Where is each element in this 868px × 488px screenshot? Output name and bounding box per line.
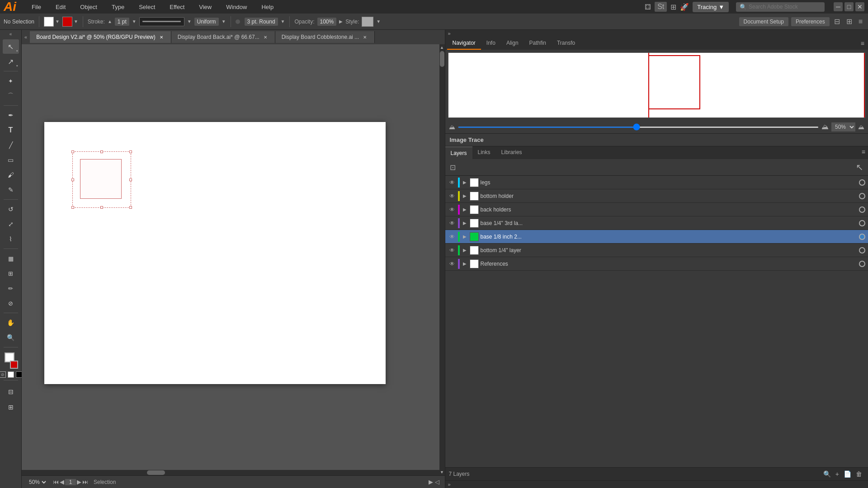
tab-transform[interactable]: Transfo xyxy=(552,37,580,50)
cursor-indicator[interactable]: ↖ xyxy=(855,161,864,174)
layer-bottom-14-eye[interactable]: 👁 xyxy=(448,246,456,254)
layers-menu-icon[interactable]: ≡ xyxy=(859,146,868,159)
collapse-right-panel-button[interactable]: » xyxy=(448,31,451,36)
tab-cobblestone[interactable]: Display Board Cobblestone.ai ... ✕ xyxy=(275,31,375,43)
layer-base-18-inch2[interactable]: 👁 ▶ base 1/8 inch 2... xyxy=(445,230,868,244)
zoom-slider[interactable] xyxy=(458,127,819,128)
handle-tl[interactable] xyxy=(71,150,74,153)
lasso-tool-button[interactable]: ⌒ xyxy=(3,89,19,103)
scroll-down-button[interactable]: ▼ xyxy=(439,469,445,475)
stroke-preview[interactable] xyxy=(139,17,184,26)
fill-swatch[interactable] xyxy=(44,17,54,27)
artboard[interactable] xyxy=(44,122,386,384)
none-swatch[interactable]: ⊘ xyxy=(0,371,6,378)
tab-display-back-close[interactable]: ✕ xyxy=(262,34,269,40)
stroke-swatch[interactable] xyxy=(62,17,72,27)
draw-inside-button[interactable]: ⊟ xyxy=(3,385,19,399)
layer-bottom-holder[interactable]: 👁 ▶ bottom holder xyxy=(445,189,868,203)
rect-tool-button[interactable]: ▭ xyxy=(3,153,19,167)
minimize-button[interactable]: ─ xyxy=(834,2,843,11)
blob-brush-tool-button[interactable]: ✎ xyxy=(3,183,19,197)
maximize-button[interactable]: □ xyxy=(844,2,854,11)
handle-mr[interactable] xyxy=(129,178,132,181)
layer-back-holders-eye[interactable]: 👁 xyxy=(448,206,456,214)
opacity-arrow[interactable]: ▶ xyxy=(339,19,343,24)
rocket-icon[interactable]: 🚀 xyxy=(680,3,689,11)
eyedropper-tool-button[interactable]: ✏ xyxy=(3,281,19,296)
tracing-dropdown[interactable]: Tracing ▼ xyxy=(693,2,729,12)
layer-bottom-holder-expand[interactable]: ▶ xyxy=(462,193,468,199)
handle-bm[interactable] xyxy=(100,206,103,209)
tab-cobblestone-close[interactable]: ✕ xyxy=(362,34,368,40)
type-tool-button[interactable]: T xyxy=(3,123,19,137)
tab-info[interactable]: Info xyxy=(481,37,501,50)
layer-back-holders-target[interactable] xyxy=(859,206,865,213)
menu-view[interactable]: View xyxy=(194,2,216,12)
adobe-stock-icon[interactable]: St xyxy=(655,2,667,12)
prev-page-button[interactable]: ◀ xyxy=(60,479,64,485)
layer-bottom-holder-eye[interactable]: 👁 xyxy=(448,192,456,200)
close-button[interactable]: ✕ xyxy=(855,2,864,11)
handle-br[interactable] xyxy=(129,206,132,209)
direct-selection-tool-button[interactable]: ↗▾ xyxy=(3,54,19,69)
layer-legs[interactable]: 👁 ▶ legs xyxy=(445,176,868,189)
canvas-scroll[interactable]: ▲ ▼ xyxy=(22,44,445,475)
collapse-right-panel-bottom-button[interactable]: » xyxy=(448,482,451,487)
play-button[interactable]: ▶ xyxy=(429,479,433,485)
make-clip-mask-button[interactable]: ⊡ xyxy=(449,162,457,173)
menu-window[interactable]: Window xyxy=(222,2,251,12)
measure-tool-button[interactable]: ⊘ xyxy=(3,296,19,310)
delete-layer-button[interactable]: 🗑 xyxy=(854,469,864,479)
vertical-scroll-thumb[interactable] xyxy=(440,51,444,67)
tab-board-design-close[interactable]: ✕ xyxy=(158,34,165,40)
scroll-up-button[interactable]: ▲ xyxy=(439,44,445,51)
stroke-value[interactable]: 1 pt xyxy=(115,18,129,26)
nav-viewport-indicator[interactable] xyxy=(648,55,700,109)
search-layers-button[interactable]: 🔍 xyxy=(821,469,833,479)
collapse-panel-left[interactable]: « xyxy=(22,34,30,40)
layer-base-18-inch2-expand[interactable]: ▶ xyxy=(462,234,468,240)
search-input[interactable] xyxy=(749,4,821,10)
stroke-up-arrow[interactable]: ▲ xyxy=(108,19,112,24)
nav-zoom-out-button[interactable]: ⛰ xyxy=(449,123,455,131)
zoom-tool-button[interactable]: 🔍 xyxy=(3,330,19,345)
menu-file[interactable]: File xyxy=(27,2,46,12)
nav-extra-button[interactable]: ⛰ xyxy=(858,123,864,131)
layer-references-expand[interactable]: ▶ xyxy=(462,261,468,267)
tab-navigator[interactable]: Navigator xyxy=(447,37,481,50)
tab-links[interactable]: Links xyxy=(472,146,496,159)
menu-type[interactable]: Type xyxy=(107,2,129,12)
round-label[interactable]: 3 pt. Round xyxy=(245,18,278,26)
horizontal-scroll-thumb[interactable] xyxy=(147,470,165,475)
zoom-percent-select[interactable]: 50% xyxy=(831,122,855,131)
black-swatch[interactable] xyxy=(16,371,22,378)
preferences-button[interactable]: Preferences xyxy=(791,17,830,26)
layer-base-14-3rd-expand[interactable]: ▶ xyxy=(462,220,468,226)
tab-align[interactable]: Align xyxy=(501,37,524,50)
round-arrow[interactable]: ▼ xyxy=(281,19,285,24)
line-tool-button[interactable]: ╱ xyxy=(3,138,19,152)
style-swatch[interactable] xyxy=(362,17,373,27)
zoom-select[interactable]: 50% xyxy=(27,479,47,486)
white-swatch[interactable] xyxy=(8,371,14,378)
layer-legs-eye[interactable]: 👁 xyxy=(448,178,456,187)
tab-pathfinder[interactable]: Pathfin xyxy=(524,37,552,50)
tab-libraries[interactable]: Libraries xyxy=(496,146,528,159)
stroke-color-swatch[interactable] xyxy=(10,361,18,369)
change-screen-button[interactable]: ⊞ xyxy=(3,400,19,414)
new-layer-button[interactable]: + xyxy=(833,469,841,479)
stroke-dropdown-arrow[interactable]: ▼ xyxy=(187,19,192,24)
magic-wand-tool-button[interactable]: ✦ xyxy=(3,74,19,88)
stroke-swatch-arrow[interactable]: ▼ xyxy=(74,19,78,24)
layer-back-holders-expand[interactable]: ▶ xyxy=(462,206,468,213)
first-page-button[interactable]: ⏮ xyxy=(53,479,59,485)
menu-select[interactable]: Select xyxy=(134,2,160,12)
layer-legs-expand[interactable]: ▶ xyxy=(462,179,468,186)
tab-board-design[interactable]: Board Design V2.ai* @ 50% (RGB/GPU Previ… xyxy=(30,31,171,43)
arrange-icon[interactable]: ⊟ xyxy=(832,17,842,26)
move-to-layer-button[interactable]: 📄 xyxy=(841,469,854,479)
more-icon[interactable]: ≡ xyxy=(857,18,864,26)
page-number-input[interactable]: 1 xyxy=(65,479,76,485)
collapse-toolbar[interactable]: « xyxy=(9,32,12,37)
vertical-scrollbar[interactable]: ▲ ▼ xyxy=(439,44,445,475)
